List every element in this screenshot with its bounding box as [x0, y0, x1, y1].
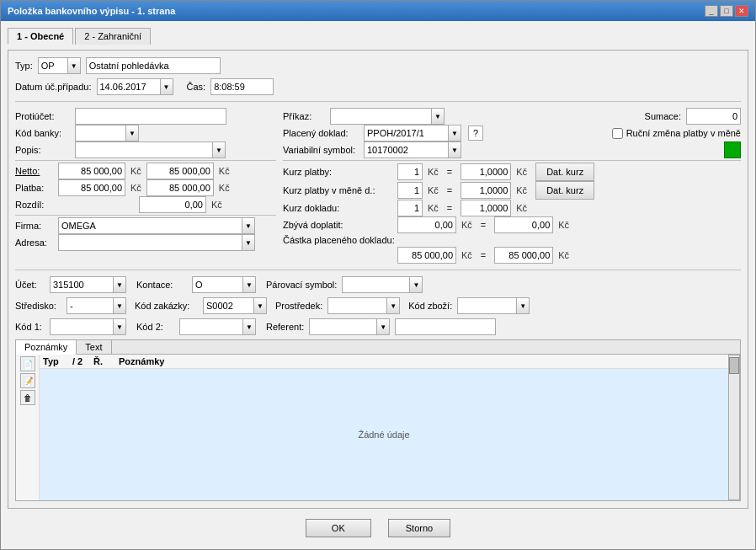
kc-kurz-platby-1: Kč: [428, 167, 439, 177]
ok-button[interactable]: OK: [306, 519, 371, 537]
combo-prikaz-btn[interactable]: ▼: [431, 108, 445, 125]
combo-typ: ▼: [38, 57, 81, 74]
checkbox-rucni: Ruční změna platby v měně: [612, 128, 741, 139]
row-placeny-doklad: Placený doklad: ▼ ? Ruční změna platby v…: [283, 125, 741, 142]
input-zbyva-1[interactable]: [397, 216, 456, 233]
input-kurz-dokladu-1[interactable]: [397, 200, 423, 216]
col-typ: Typ: [43, 356, 72, 366]
combo-firma-btn[interactable]: ▼: [242, 217, 255, 234]
input-netto2[interactable]: [146, 163, 214, 179]
combo-parovaci-btn[interactable]: ▼: [409, 276, 423, 293]
input-kurz-platby-1[interactable]: [397, 163, 423, 180]
label-kurz-platby: Kurz platby:: [283, 167, 392, 177]
notes-delete-btn[interactable]: 🗑: [20, 390, 35, 405]
combo-typ-btn[interactable]: ▼: [67, 57, 81, 74]
combo-referent-btn[interactable]: ▼: [376, 318, 390, 335]
input-placeny-doklad[interactable]: [364, 125, 448, 142]
input-kod2[interactable]: [179, 318, 242, 335]
scrollbar-thumb: [729, 357, 739, 374]
kc-kurz-platby-2: Kč: [516, 167, 527, 177]
row-prikaz: Příkaz: ▼ Sumace:: [283, 108, 741, 125]
tab-row: 1 - Obecné 2 - Zahraniční: [8, 28, 748, 45]
checkbox-rucni-zmena[interactable]: [612, 128, 623, 139]
row-zbyva: Zbývá doplatit: Kč = Kč: [283, 216, 741, 233]
input-platba1[interactable]: [58, 179, 125, 196]
minimize-button[interactable]: _: [705, 5, 718, 17]
label-netto: Netto:: [15, 166, 53, 176]
combo-kod2-btn[interactable]: ▼: [242, 318, 256, 335]
row-rozdil: Rozdíl: Kč: [15, 196, 276, 213]
combo-prostredek-btn[interactable]: ▼: [386, 297, 400, 314]
input-castka-2[interactable]: [494, 247, 553, 264]
combo-popis-btn[interactable]: ▼: [212, 142, 226, 158]
combo-kontace-btn[interactable]: ▼: [242, 276, 256, 293]
combo-datum-btn[interactable]: ▼: [160, 78, 173, 95]
input-kurz-platby-2[interactable]: [461, 163, 511, 180]
input-kurz-dokladu-2[interactable]: [461, 200, 511, 216]
input-datum[interactable]: [97, 78, 160, 95]
notes-add-btn[interactable]: 📄: [20, 356, 35, 371]
input-firma[interactable]: [58, 217, 242, 234]
input-typ-name[interactable]: [86, 57, 221, 74]
help-button[interactable]: ?: [468, 125, 483, 141]
combo-stredisko-btn[interactable]: ▼: [113, 297, 126, 314]
input-platba2[interactable]: [146, 179, 214, 196]
input-protiucet[interactable]: [75, 108, 226, 125]
combo-variabilni-btn[interactable]: ▼: [448, 142, 461, 158]
input-kod-zbozi[interactable]: [457, 297, 516, 314]
combo-kod-zbozi-btn[interactable]: ▼: [516, 297, 530, 314]
input-variabilni[interactable]: [364, 142, 448, 158]
input-ucet[interactable]: [50, 276, 113, 293]
notes-scrollbar[interactable]: [728, 355, 740, 500]
input-zbyva-2[interactable]: [494, 216, 553, 233]
input-popis[interactable]: [75, 142, 212, 158]
input-kurz-platby-mena-1[interactable]: [397, 182, 423, 199]
combo-ucet-btn[interactable]: ▼: [113, 276, 126, 293]
dat-kurz-platby-btn[interactable]: Dat. kurz: [535, 163, 594, 181]
right-col: Příkaz: ▼ Sumace: Placený doklad:: [283, 108, 741, 264]
eq-zbyva: =: [477, 220, 489, 230]
input-netto1[interactable]: [58, 163, 125, 179]
combo-placeny-doklad-btn[interactable]: ▼: [448, 125, 461, 142]
input-castka-1[interactable]: [397, 247, 456, 264]
combo-kod-banky-btn[interactable]: ▼: [125, 125, 139, 142]
notes-tab-text[interactable]: Text: [77, 340, 111, 354]
notes-empty-area: Žádné údaje: [40, 369, 728, 500]
input-kurz-platby-mena-2[interactable]: [461, 182, 511, 199]
input-prikaz[interactable]: [330, 108, 431, 125]
input-typ-code[interactable]: [38, 57, 67, 74]
dat-kurz-mena-btn[interactable]: Dat. kurz: [535, 181, 594, 200]
notes-main: Typ / 2 Ř. Poznámky Žádné údaje: [40, 355, 728, 500]
combo-adresa-btn[interactable]: ▼: [242, 234, 255, 251]
col-poznamky: Poznámky: [119, 356, 164, 366]
input-cas[interactable]: [210, 78, 274, 95]
input-referent-extra[interactable]: [395, 318, 496, 335]
input-kod-banky[interactable]: [75, 125, 125, 142]
input-stredisko[interactable]: [67, 297, 113, 314]
kc-zbyva-2: Kč: [558, 220, 569, 230]
combo-kod-zakazky-btn[interactable]: ▼: [253, 297, 267, 314]
tab-foreign[interactable]: 2 - Zahraniční: [75, 28, 151, 45]
input-referent[interactable]: [309, 318, 376, 335]
notes-tab-poznamky[interactable]: Poznámky: [16, 340, 77, 355]
input-kod-zakazky[interactable]: [203, 297, 253, 314]
input-kontace[interactable]: [192, 276, 242, 293]
combo-prikaz: ▼: [330, 108, 445, 125]
input-rozdil[interactable]: [139, 196, 206, 213]
maximize-button[interactable]: □: [720, 5, 733, 17]
close-button[interactable]: ✕: [735, 5, 748, 17]
input-prostredek[interactable]: [327, 297, 386, 314]
label-popis: Popis:: [15, 145, 70, 155]
input-parovaci[interactable]: [342, 276, 409, 293]
notes-edit-btn[interactable]: 📝: [20, 373, 35, 388]
tab-general[interactable]: 1 - Obecné: [8, 28, 73, 45]
label-sumace: Sumace:: [645, 111, 681, 121]
kc-kurz-dokladu-2: Kč: [516, 203, 527, 213]
storno-button[interactable]: Storno: [388, 519, 450, 537]
input-kod1[interactable]: [50, 318, 113, 335]
input-sumace[interactable]: [686, 108, 741, 125]
combo-kod1-btn[interactable]: ▼: [113, 318, 126, 335]
input-adresa[interactable]: [58, 234, 242, 251]
label-rozdil: Rozdíl:: [15, 200, 53, 210]
combo-kontace: ▼: [192, 276, 256, 293]
